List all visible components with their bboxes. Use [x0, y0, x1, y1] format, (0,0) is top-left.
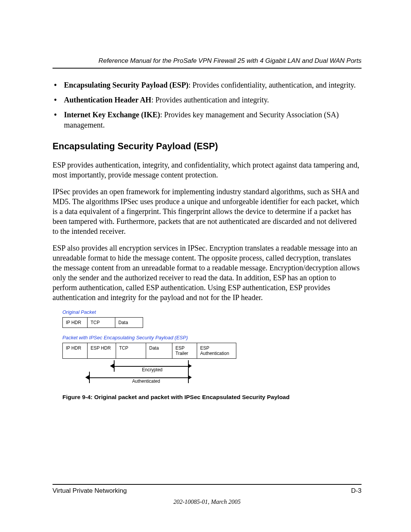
figure-label-ipsec: Packet with IPSec Encapsulating Security… — [62, 335, 362, 340]
packet-field-data: Data — [115, 318, 143, 328]
packet-field-iphdr: IP HDR — [63, 343, 88, 358]
packet-field-espauth: ESP Authentication — [197, 343, 236, 358]
figure-label-original: Original Packet — [62, 309, 362, 315]
arrow-line — [114, 366, 188, 367]
paragraph: ESP provides authentication, integrity, … — [53, 160, 362, 180]
arrow-head-right-icon — [188, 364, 192, 368]
arrow-head-left-icon — [85, 375, 89, 380]
section-heading: Encapsulating Security Payload (ESP) — [53, 141, 362, 152]
packet-original: IP HDR TCP Data — [62, 317, 143, 328]
running-header: Reference Manual for the ProSafe VPN Fir… — [53, 57, 362, 69]
arrow-head-right-icon — [188, 375, 192, 380]
figure-arrows: Encrypted Authenticated — [62, 360, 226, 387]
bullet-desc: : Provides authentication and integrity. — [151, 96, 269, 104]
footer-rule — [53, 484, 362, 485]
arrow-line — [89, 377, 188, 378]
packet-field-iphdr: IP HDR — [63, 318, 88, 328]
footer-section: Virtual Private Networking — [53, 487, 127, 495]
arrow-label-encrypted: Encrypted — [142, 367, 162, 372]
arrow-head-left-icon — [110, 364, 114, 368]
packet-ipsec: IP HDR ESP HDR TCP Data ESP Trailer ESP … — [62, 343, 236, 359]
paragraph: IPSec provides an open framework for imp… — [53, 187, 362, 236]
bullet-term: Encapsulating Security Payload (ESP) — [64, 81, 188, 89]
bullet-item: Encapsulating Security Payload (ESP): Pr… — [53, 80, 362, 90]
bullet-term: Internet Key Exchange (IKE) — [64, 110, 160, 119]
bullet-term: Authentication Header AH — [64, 96, 151, 104]
page-footer: Virtual Private Networking D-3 202-10085… — [53, 484, 362, 505]
footer-page-number: D-3 — [351, 487, 362, 495]
page: Reference Manual for the ProSafe VPN Fir… — [0, 0, 411, 532]
figure-esp-packet: Original Packet IP HDR TCP Data Packet w… — [62, 309, 362, 401]
bullet-item: Authentication Header AH: Provides authe… — [53, 95, 362, 105]
packet-field-esphdr: ESP HDR — [88, 343, 116, 358]
figure-caption: Figure 9-4: Original packet and packet w… — [62, 394, 362, 401]
packet-field-data: Data — [146, 343, 172, 358]
packet-field-tcp: TCP — [88, 318, 115, 328]
bullet-item: Internet Key Exchange (IKE): Provides ke… — [53, 110, 362, 130]
packet-field-tcp: TCP — [116, 343, 146, 358]
footer-docnum: 202-10085-01, March 2005 — [53, 498, 362, 505]
bullet-list: Encapsulating Security Payload (ESP): Pr… — [53, 80, 362, 130]
packet-field-esptrailer: ESP Trailer — [172, 343, 197, 358]
arrow-label-authenticated: Authenticated — [132, 379, 160, 384]
paragraph: ESP also provides all encryption service… — [53, 243, 362, 302]
bullet-desc: : Provides confidentiality, authenticati… — [188, 81, 356, 89]
